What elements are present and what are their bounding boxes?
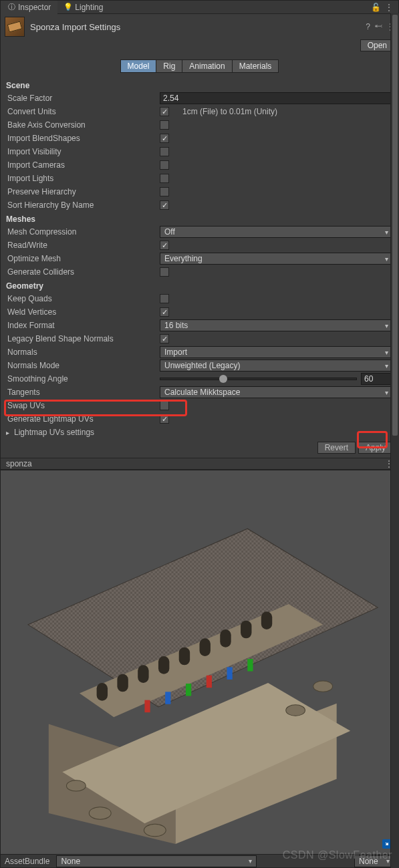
label-import-blendshapes: Import BlendShapes: [6, 134, 160, 143]
asset-icon: [5, 17, 25, 37]
normals-dropdown[interactable]: Import▾: [160, 346, 393, 358]
svg-rect-21: [247, 659, 253, 671]
vertical-scrollbar[interactable]: [390, 13, 399, 868]
properties-panel: Scene Scale Factor Convert Units 1cm (Fi…: [1, 78, 398, 438]
model-preview[interactable]: [1, 470, 398, 854]
revert-button[interactable]: Revert: [317, 442, 356, 454]
apply-button[interactable]: Apply: [358, 442, 393, 454]
generate-lightmap-uvs-checkbox[interactable]: [160, 414, 169, 424]
smoothing-angle-slider[interactable]: [160, 378, 357, 380]
label-import-cameras: Import Cameras: [6, 160, 160, 170]
info-icon: ⓘ: [7, 3, 15, 11]
label-smoothing-angle: Smoothing Angle: [6, 374, 160, 384]
svg-rect-12: [200, 638, 211, 656]
label-generate-lightmap-uvs: Generate Lightmap UVs: [6, 414, 160, 424]
label-preserve-hierarchy: Preserve Hierarchy: [6, 187, 160, 196]
svg-point-27: [313, 681, 333, 692]
generate-colliders-checkbox[interactable]: [160, 267, 169, 277]
chevron-down-icon: ▾: [249, 857, 252, 865]
label-optimize-mesh: Optimize Mesh: [6, 254, 160, 263]
svg-rect-16: [144, 700, 150, 712]
section-meshes: Meshes: [6, 212, 393, 225]
svg-rect-13: [220, 629, 231, 647]
asset-bundle-dropdown[interactable]: None▾: [56, 855, 257, 867]
preserve-hierarchy-checkbox[interactable]: [160, 187, 169, 196]
label-generate-colliders: Generate Colliders: [6, 267, 160, 277]
label-bake-axis: Bake Axis Conversion: [6, 120, 160, 130]
tab-model[interactable]: Model: [120, 59, 157, 73]
window-tab-bar: ⓘ Inspector 💡 Lighting 🔓 ⋮: [1, 1, 398, 14]
preset-icon[interactable]: ⬻: [374, 22, 382, 31]
convert-units-checkbox[interactable]: [160, 107, 169, 116]
asset-bundle-label: AssetBundle: [5, 857, 49, 866]
mesh-compression-dropdown[interactable]: Off▾: [160, 226, 393, 238]
tangents-dropdown[interactable]: Calculate Mikktspace▾: [160, 386, 393, 398]
svg-point-26: [286, 705, 305, 716]
section-geometry: Geometry: [6, 279, 393, 292]
preview-title: sponza: [6, 459, 32, 468]
legacy-blend-normals-checkbox[interactable]: [160, 334, 169, 343]
asset-header: Sponza Import Settings ? ⬻ ⋮: [1, 14, 398, 39]
label-read-write: Read/Write: [6, 241, 160, 250]
foldout-label: Lightmap UVs settings: [14, 428, 94, 437]
svg-rect-8: [117, 674, 128, 692]
label-keep-quads: Keep Quads: [6, 294, 160, 303]
label-legacy-blend-normals: Legacy Blend Shape Normals: [6, 334, 160, 343]
label-import-lights: Import Lights: [6, 174, 160, 183]
footer-buttons: Revert Apply: [1, 438, 398, 458]
label-import-visibility: Import Visibility: [6, 147, 160, 156]
tab-rig[interactable]: Rig: [156, 59, 182, 73]
tab-label: Lighting: [75, 3, 103, 12]
swap-uvs-checkbox[interactable]: [160, 401, 169, 410]
sort-hierarchy-checkbox[interactable]: [160, 200, 169, 210]
page-title: Sponza Import Settings: [30, 22, 366, 32]
lightmap-uvs-settings-foldout[interactable]: ▸ Lightmap UVs settings: [6, 426, 393, 438]
chevron-down-icon: ▾: [385, 255, 388, 263]
chevron-right-icon: ▸: [6, 429, 14, 436]
svg-rect-11: [179, 647, 190, 665]
optimize-mesh-dropdown[interactable]: Everything▾: [160, 253, 393, 265]
bake-axis-checkbox[interactable]: [160, 120, 169, 130]
label-convert-units: Convert Units: [6, 107, 160, 116]
weld-vertices-checkbox[interactable]: [160, 307, 169, 317]
svg-rect-17: [165, 692, 170, 704]
lock-icon[interactable]: 🔓: [371, 3, 381, 12]
tab-lighting[interactable]: 💡 Lighting: [57, 1, 110, 14]
tab-label: Inspector: [18, 3, 51, 12]
help-icon[interactable]: ?: [366, 22, 370, 31]
tab-materials[interactable]: Materials: [233, 59, 279, 73]
chevron-down-icon: ▾: [385, 229, 388, 236]
svg-point-23: [66, 780, 86, 790]
import-lights-checkbox[interactable]: [160, 174, 169, 183]
preview-header: sponza ⋮: [1, 458, 398, 470]
index-format-dropdown[interactable]: 16 bits▾: [160, 319, 393, 331]
import-tabs: Model Rig Animation Materials: [1, 55, 398, 78]
label-normals-mode: Normals Mode: [6, 361, 160, 370]
read-write-checkbox[interactable]: [160, 241, 169, 250]
normals-mode-dropdown[interactable]: Unweighted (Legacy)▾: [160, 359, 393, 372]
import-cameras-checkbox[interactable]: [160, 160, 169, 170]
svg-point-24: [89, 807, 111, 819]
chevron-down-icon: ▾: [385, 349, 388, 356]
more-icon[interactable]: ⋮: [385, 3, 393, 12]
watermark: CSDN @SlowFeather: [283, 849, 392, 861]
svg-rect-9: [138, 665, 148, 683]
svg-rect-18: [186, 684, 191, 696]
tab-inspector[interactable]: ⓘ Inspector: [1, 1, 57, 14]
keep-quads-checkbox[interactable]: [160, 294, 169, 303]
import-blendshapes-checkbox[interactable]: [160, 134, 169, 143]
label-sort-hierarchy: Sort Hierarchy By Name: [6, 200, 160, 210]
open-button[interactable]: Open: [360, 39, 394, 51]
tab-animation[interactable]: Animation: [182, 59, 232, 73]
label-mesh-compression: Mesh Compression: [6, 227, 160, 237]
svg-rect-10: [158, 656, 169, 674]
preview-render: [1, 470, 398, 854]
label-tangents: Tangents: [6, 388, 160, 397]
label-swap-uvs: Swap UVs: [6, 401, 160, 410]
label-scale-factor: Scale Factor: [6, 94, 160, 103]
section-scene: Scene: [6, 78, 393, 92]
import-visibility-checkbox[interactable]: [160, 147, 169, 156]
smoothing-angle-input[interactable]: [361, 373, 393, 385]
svg-rect-19: [207, 676, 212, 688]
scale-factor-input[interactable]: [160, 92, 393, 104]
